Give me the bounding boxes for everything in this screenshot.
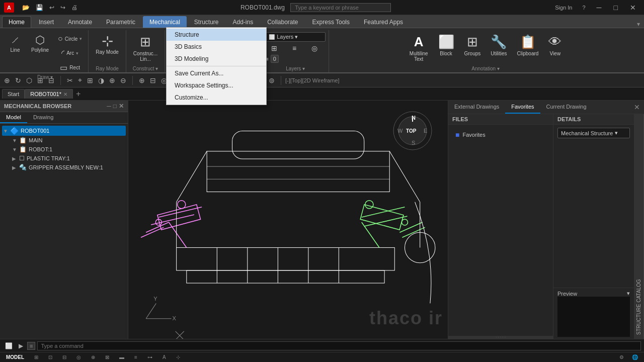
block-btn[interactable]: ⬜ Block [434,32,458,58]
ray-mode-btn[interactable]: ⊹ Ray Mode [92,32,123,57]
close-btn[interactable]: ✕ [626,3,640,13]
tree-item-robot001[interactable]: ▼ 🔷 ROBOT001 [2,126,126,136]
tab-addins[interactable]: Add-ins [226,16,260,28]
redo-btn[interactable]: ↪ [58,3,67,12]
open-btn[interactable]: 📂 [20,3,32,12]
expand-main[interactable]: ▼ [12,138,17,143]
status-globe[interactable]: 🌐 [630,354,640,360]
tab-home[interactable]: Home [2,16,31,28]
rp-close-btn[interactable]: ✕ [630,101,644,113]
menu-item-customize[interactable]: Customize... [167,92,266,104]
tree-item-main[interactable]: ▼ 📋 MAIN [10,136,126,145]
snap-btn-2[interactable]: ↻ [13,75,23,85]
browser-maximize-icon[interactable]: □ [113,103,117,110]
snap-btn-1[interactable]: ⊕ [2,75,12,85]
model-tab[interactable]: MODEL [4,354,26,360]
groups-btn[interactable]: ⊞ Groups [460,32,485,58]
signin-btn[interactable]: Sign In [552,4,575,12]
command-input[interactable] [37,341,641,350]
cmd-mode-btn[interactable]: ≡ [27,342,35,350]
multiline-text-btn[interactable]: A MultilineText [406,32,432,64]
status-sel[interactable]: ⊶ [145,354,154,360]
rect-btn[interactable]: ▭ Rect [55,61,85,74]
tab-insert[interactable]: Insert [32,16,60,28]
browser-tab-model[interactable]: Model [0,112,27,123]
print-btn[interactable]: 🖨 [69,3,79,12]
tab-collaborate[interactable]: Collaborate [261,16,304,28]
status-tmodel[interactable]: ≡ [132,354,139,360]
tree-item-plastictray[interactable]: ▶ ☐ PLASTIC TRAY:1 [10,154,126,163]
tab-drawing-close[interactable]: ✕ [63,92,67,97]
rp-tab-current[interactable]: Current Drawing [540,101,593,114]
view-btn-2[interactable]: ⊟ [148,75,158,85]
utilities-btn[interactable]: 🔧 Utilities [487,32,511,58]
rp-tab-favorites[interactable]: Favorites [505,101,540,114]
status-snap[interactable]: ⊞ [32,354,40,360]
menu-item-3dmodeling[interactable]: 3D Modeling [167,53,266,65]
tab-featured-apps[interactable]: Featured Apps [357,16,410,28]
status-ws[interactable]: ⊹ [174,354,182,360]
menu-item-save-current[interactable]: Save Current As... [167,67,266,79]
menu-item-3dbasics[interactable]: 3D Basics [167,41,266,53]
structure-catalog-tab[interactable]: STRUCTURE CATALOG [634,114,644,339]
layer-iso-btn[interactable]: ◎ [305,43,324,53]
tab-add[interactable]: + [73,89,84,99]
cmd-icon-2[interactable]: ▶ [17,341,25,350]
status-anno[interactable]: A [160,354,168,360]
browser-tab-drawing[interactable]: Drawing [27,112,59,123]
files-resize-handle[interactable]: · · · · · [448,336,553,339]
browser-minimize-icon[interactable]: ─ [107,103,111,110]
tree-item-robot1[interactable]: ▼ 📋 ROBOT:1 [10,145,126,154]
tab-parametric[interactable]: Parametric [100,16,142,28]
edit-btn-5[interactable]: ⊕ [107,75,117,85]
status-osnap[interactable]: ⊕ [89,354,97,360]
status-gear[interactable]: ⚙ [617,354,626,360]
layer-props-btn[interactable]: ⊞ [265,43,283,53]
status-ortho[interactable]: ⊟ [60,354,68,360]
arc-btn[interactable]: ◜ Arc ▾ [55,46,85,60]
tab-annotate[interactable]: Annotate [61,16,99,28]
construct-btn[interactable]: ⊞ Construc... Lin... [129,32,162,64]
edit-btn-6[interactable]: ⊖ [118,75,128,85]
tab-start[interactable]: Start [2,89,25,99]
edit-btn-2[interactable]: ⌖ [76,75,84,85]
preview-toggle[interactable]: Preview ▾ [557,290,630,297]
tab-drawing[interactable]: ROBOT001* ✕ [25,89,73,99]
edit-btn-1[interactable]: ✂ [65,75,75,85]
maximize-btn[interactable]: □ [610,3,622,13]
menu-item-workspace-settings[interactable]: Workspace Settings... [167,79,266,92]
expand-robot001[interactable]: ▼ [3,128,8,134]
tab-express-tools[interactable]: Express Tools [306,16,356,28]
status-polar[interactable]: ◎ [74,354,83,360]
layers-dropdown[interactable]: ⬜ Layers ▾ [265,32,326,42]
expand-robot1[interactable]: ▼ [12,147,17,152]
circle-btn[interactable]: ○ Circle ▾ [55,32,85,45]
browser-close-icon[interactable]: ✕ [119,103,124,110]
view-btn[interactable]: 👁 View [544,32,566,58]
expand-gripper[interactable]: ▶ [12,165,17,170]
cmd-icon-1[interactable]: ⬜ [3,341,15,350]
minimize-btn[interactable]: ─ [593,3,606,13]
line-btn[interactable]: ⟋ Line [5,32,25,55]
status-otrack[interactable]: ⊠ [103,354,111,360]
save-btn[interactable]: 💾 [34,3,45,12]
status-lwt[interactable]: ▬ [117,354,126,360]
tree-item-gripper[interactable]: ▶ 🔩 GRIPPER ASSEMBLY NEW:1 [10,163,126,172]
anno-btn-5[interactable]: ⊚ [267,75,277,85]
edit-btn-4[interactable]: ◑ [96,75,106,85]
clipboard-btn[interactable]: 📋 Clipboard [513,32,543,58]
favorites-item[interactable]: ■ Favorites [452,129,549,141]
snap-btn-3[interactable]: ⬡ [24,75,34,85]
polyline-btn[interactable]: ⬡ Polyline [27,32,53,55]
tab-mechanical[interactable]: Mechanical [143,16,187,28]
view-btn-1[interactable]: ⊕ [137,75,147,85]
details-dropdown[interactable]: Mechanical Structure ▾ [557,128,630,138]
search-input[interactable] [290,3,391,12]
expand-plastictray[interactable]: ▶ [12,156,17,161]
canvas-area[interactable]: [-][Top][2D Wireframe] [128,101,448,339]
status-grid[interactable]: ⊡ [46,354,54,360]
help-btn[interactable]: ? [579,4,588,12]
layer-match-btn[interactable]: ≡ [285,43,303,53]
color-dropdown[interactable]: 0 [271,55,279,63]
edit-btn-3[interactable]: ⊞ [85,75,95,85]
